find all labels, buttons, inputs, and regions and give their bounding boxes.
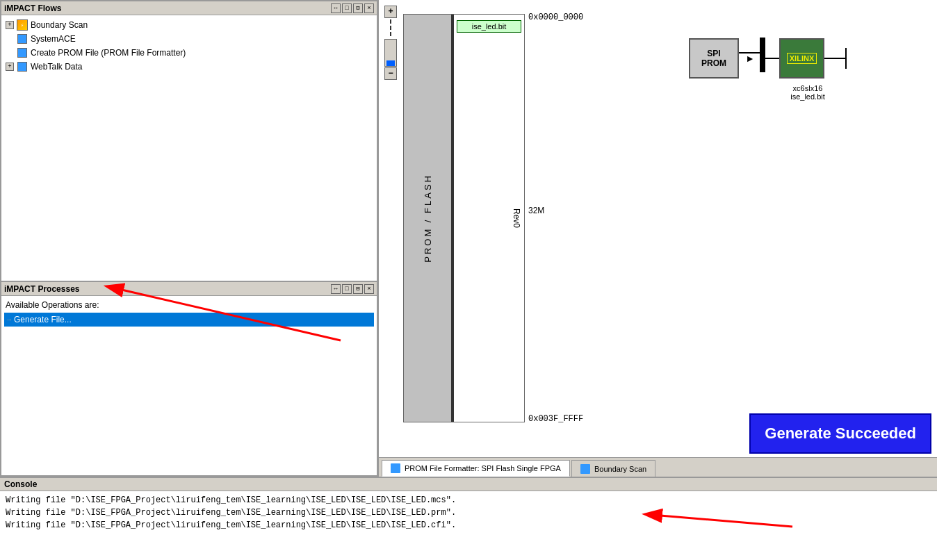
prom-tab-icon	[391, 463, 400, 473]
tree-item-system-ace[interactable]: SystemACE	[4, 32, 374, 46]
flows-resize-btn[interactable]: ↔	[331, 3, 341, 13]
top-area: iMPACT Flows ↔ □ ⊟ × + ⚡ B	[0, 0, 937, 477]
tree-item-webtalk[interactable]: + WebTalk Data	[4, 60, 374, 74]
flows-close-btn[interactable]: ×	[364, 3, 374, 13]
generate-file-label: Generate File...	[14, 315, 72, 324]
flows-panel: iMPACT Flows ↔ □ ⊟ × + ⚡ B	[0, 0, 378, 282]
processes-panel: iMPACT Processes ↔ □ ⊟ × Available Opera…	[0, 282, 378, 477]
flows-controls: ↔ □ ⊟ ×	[331, 3, 374, 13]
termination-line	[845, 48, 847, 69]
system-ace-icon	[17, 33, 28, 44]
proc-resize-btn[interactable]: ↔	[331, 284, 341, 294]
boundary-scan-label: Boundary Scan	[31, 20, 88, 30]
proc-close-btn[interactable]: ×	[364, 284, 374, 294]
generate-file-item[interactable]: → Generate File...	[4, 313, 374, 327]
xilinx-logo-label: XILINX	[787, 53, 817, 64]
proc-maximize-btn[interactable]: □	[342, 284, 352, 294]
proc-minimize-btn[interactable]: ⊟	[353, 284, 363, 294]
thick-connector	[760, 38, 765, 72]
right-canvas: + − PROM / FLASH	[379, 0, 937, 477]
size-label: 32M	[528, 206, 544, 215]
console-content: Writing file "D:\ISE_FPGA_Project\liruif…	[0, 491, 937, 560]
addr-bot-label: 0x003F_FFFF	[528, 414, 583, 424]
tab-bar: PROM File Formatter: SPI Flash Single FP…	[379, 457, 937, 477]
console-title: Console	[0, 478, 937, 491]
process-arrow-icon: →	[7, 316, 11, 324]
console-area: Console Writing file "D:\ISE_FPGA_Projec…	[0, 477, 937, 560]
boundary-tab-icon	[580, 464, 590, 474]
device-labels: xc6slx16 ise_led.bit	[769, 84, 847, 101]
spi-connection-row: SPIPROM ► XILINX	[689, 38, 847, 79]
left-panels: iMPACT Flows ↔ □ ⊟ × + ⚡ B	[0, 0, 379, 477]
zoom-indicator	[384, 39, 397, 67]
webtalk-expander[interactable]: +	[6, 63, 14, 71]
prom-tab[interactable]: PROM File Formatter: SPI Flash Single FP…	[382, 460, 570, 477]
webtalk-label: WebTalk Data	[31, 62, 82, 72]
generate-succeeded-text: Generate Succeeded	[765, 425, 916, 442]
doc-blue-icon2	[17, 48, 27, 58]
create-prom-label: Create PROM File (PROM File Formatter)	[31, 48, 186, 58]
bit-file-label: ise_led.bit	[457, 20, 521, 33]
addr-top-label: 0x0000_0000	[528, 13, 583, 22]
spi-arrow: ►	[739, 52, 760, 65]
processes-content: Available Operations are: → Generate Fil…	[1, 296, 377, 475]
processes-controls: ↔ □ ⊟ ×	[331, 284, 374, 294]
processes-title: iMPACT Processes	[4, 284, 80, 294]
conn-line-right	[765, 58, 779, 59]
zoom-controls: + −	[384, 6, 397, 80]
console-line-2: Writing file "D:\ISE_FPGA_Project\liruif…	[6, 507, 931, 519]
tree-item-create-prom[interactable]: Create PROM File (PROM File Formatter)	[4, 46, 374, 60]
flows-content: + ⚡ Boundary Scan SystemACE	[1, 15, 377, 281]
zoom-bar	[386, 60, 395, 66]
flows-title: iMPACT Flows	[4, 3, 61, 13]
boundary-tab[interactable]: Boundary Scan	[571, 460, 655, 477]
flows-minimize-btn[interactable]: ⊟	[353, 3, 363, 13]
zoom-in-btn[interactable]: +	[384, 6, 397, 18]
webtalk-icon	[17, 61, 28, 72]
canvas-area: + − PROM / FLASH	[379, 0, 937, 457]
boundary-scan-expander[interactable]: +	[6, 21, 14, 29]
doc-blue-icon	[17, 34, 27, 44]
spi-prom-box: SPIPROM	[689, 38, 739, 79]
device-bit-label: ise_led.bit	[769, 92, 847, 101]
prom-tab-label: PROM File Formatter: SPI Flash Single FP…	[405, 464, 561, 472]
avail-ops-label: Available Operations are:	[4, 299, 374, 311]
processes-titlebar: iMPACT Processes ↔ □ ⊟ ×	[1, 282, 377, 296]
flows-maximize-btn[interactable]: □	[342, 3, 352, 13]
spi-diagram: SPIPROM ► XILINX	[689, 38, 847, 101]
system-ace-label: SystemACE	[31, 34, 76, 44]
spi-prom-label: SPIPROM	[701, 49, 726, 68]
prom-visual: PROM / FLASH ise_led.bit Rev0	[403, 14, 525, 422]
rev-label: Rev0	[512, 208, 521, 228]
zoom-out-btn[interactable]: −	[384, 67, 397, 80]
generate-succeeded-box: Generate Succeeded	[749, 413, 931, 454]
console-line-3: Writing file "D:\ISE_FPGA_Project\liruif…	[6, 519, 931, 532]
boundary-scan-icon: ⚡	[17, 19, 28, 31]
prom-flash-label: PROM / FLASH	[423, 174, 433, 263]
boundary-tab-label: Boundary Scan	[594, 465, 646, 473]
create-prom-icon	[17, 47, 28, 58]
tree-item-boundary-scan[interactable]: + ⚡ Boundary Scan	[4, 18, 374, 32]
right-term-line	[824, 58, 845, 59]
xilinx-box: XILINX	[779, 38, 824, 79]
main-container: iMPACT Flows ↔ □ ⊟ × + ⚡ B	[0, 0, 937, 560]
device-name-label: xc6slx16	[769, 84, 847, 92]
prom-right-col: ise_led.bit Rev0	[453, 15, 524, 422]
flow-icon: ⚡	[17, 19, 28, 31]
flows-titlebar: iMPACT Flows ↔ □ ⊟ ×	[1, 1, 377, 15]
console-line-1: Writing file "D:\ISE_FPGA_Project\liruif…	[6, 494, 931, 507]
doc-blue-icon3	[17, 62, 27, 72]
prom-flash-col: PROM / FLASH	[404, 15, 453, 422]
